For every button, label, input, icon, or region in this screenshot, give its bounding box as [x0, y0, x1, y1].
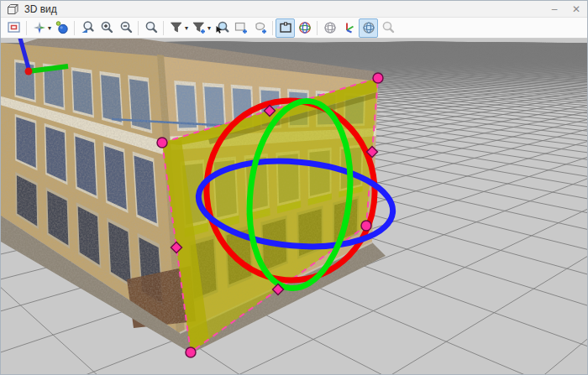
- axes-icon: [342, 20, 357, 35]
- zoom-region-button[interactable]: [77, 18, 97, 38]
- freeform-selection-button[interactable]: [250, 18, 270, 38]
- 3d-box-icon: [7, 3, 19, 15]
- close-button[interactable]: ✕: [565, 1, 587, 17]
- zoom-out-button[interactable]: [116, 18, 135, 38]
- 3d-viewport[interactable]: [1, 1, 588, 375]
- rectangle-selection-button[interactable]: [231, 18, 250, 38]
- toolbar-separator: [163, 21, 164, 35]
- title-bar: 3D вид – ✕: [1, 1, 587, 18]
- corner-handle[interactable]: [186, 347, 196, 357]
- mag-region-icon: [80, 20, 95, 35]
- compass-icon: [32, 20, 47, 35]
- toolbar-separator: [74, 21, 75, 35]
- navigation-mode-dropdown-arrow[interactable]: ▾: [48, 24, 51, 32]
- zoom-selection-disabled-button: [378, 18, 397, 38]
- toolbar: ▾▾▾: [1, 18, 587, 39]
- toolbar-separator: [272, 21, 273, 35]
- pane-toggle-button[interactable]: [4, 18, 24, 38]
- move-axes-button[interactable]: [339, 18, 359, 38]
- globe-colored-icon: [297, 20, 312, 35]
- filter-by-selection-dropdown-arrow[interactable]: ▾: [185, 24, 188, 32]
- select-magnifier-button[interactable]: [212, 18, 231, 38]
- navigation-mode-button[interactable]: [29, 18, 49, 38]
- filter-add-button[interactable]: [189, 18, 208, 38]
- mag-disabled-icon: [381, 20, 396, 35]
- rect-plus-icon: [234, 20, 249, 35]
- rotate-object-button[interactable]: [320, 18, 339, 38]
- resize-region-button[interactable]: [276, 18, 295, 38]
- lasso-plus-icon: [253, 20, 268, 35]
- corner-handle[interactable]: [361, 221, 371, 231]
- point-cloud-display-button[interactable]: [52, 18, 71, 38]
- funnel-icon: [169, 20, 184, 35]
- toolbar-separator: [138, 21, 139, 35]
- sphere-gizmo-button[interactable]: [359, 18, 378, 38]
- corner-handle[interactable]: [373, 73, 383, 83]
- window-title: 3D вид: [24, 3, 57, 15]
- filter-add-dropdown-arrow[interactable]: ▾: [207, 24, 211, 32]
- globe-active-icon: [361, 20, 376, 35]
- zoom-in-button[interactable]: [97, 18, 116, 38]
- 3d-view-window: 3D вид – ✕ ▾▾▾: [0, 0, 588, 375]
- mag-plus-icon: [99, 20, 114, 35]
- corner-handle[interactable]: [157, 138, 167, 148]
- axis-origin-dot: [25, 68, 33, 76]
- window-controls: – ✕: [543, 1, 587, 17]
- rotate-region-button[interactable]: [295, 18, 314, 38]
- pointcloud-icon: [55, 20, 70, 35]
- filter-by-selection-button[interactable]: [166, 18, 186, 38]
- region-box-icon: [278, 20, 293, 35]
- globe-gray-icon: [323, 20, 338, 35]
- mag-icon: [144, 20, 159, 35]
- minimize-button[interactable]: –: [543, 1, 565, 17]
- mag-minus-icon: [118, 20, 134, 35]
- toolbar-separator: [26, 21, 27, 35]
- mag-pointer-icon: [214, 20, 229, 35]
- panel-icon: [7, 20, 22, 35]
- funnel-plus-icon: [192, 20, 207, 35]
- zoom-reset-button[interactable]: [141, 18, 160, 38]
- toolbar-separator: [317, 21, 318, 35]
